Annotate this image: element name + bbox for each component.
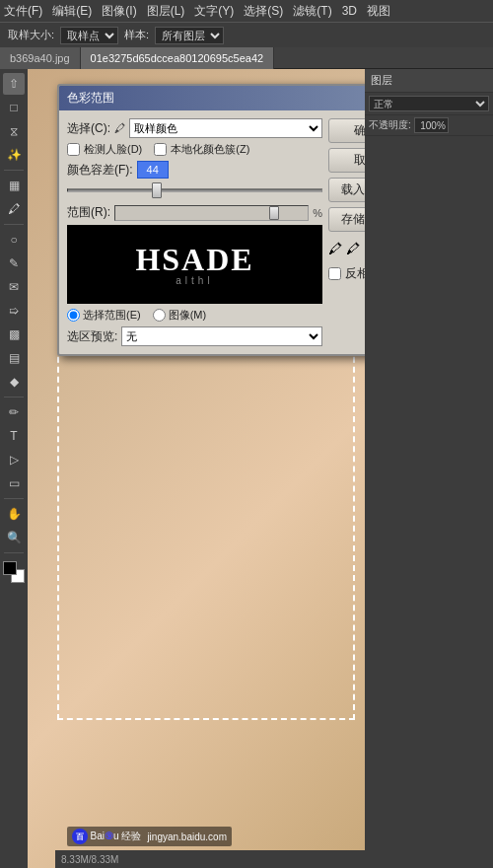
- invert-label: 反相(I): [345, 265, 365, 282]
- localized-color-label: 本地化颜色簇(Z): [171, 142, 249, 157]
- select-area-radio-item: 选择范围(E): [67, 308, 141, 323]
- select-area-radio[interactable]: [67, 309, 80, 322]
- toolbar-divider-3: [4, 397, 24, 398]
- menu-file[interactable]: 文件(F): [4, 3, 42, 20]
- tool-type[interactable]: T: [3, 425, 25, 447]
- workspace: ⇧ □ ⧖ ✨ ▦ 🖍 ○ ✎ ✉ ➯ ▩ ▤ ◆ ✏ T ▷ ▭ ✋ 🔍 HS…: [0, 69, 493, 868]
- invert-checkbox[interactable]: [328, 267, 341, 280]
- detect-faces-checkbox[interactable]: [67, 143, 80, 156]
- tool-magic-wand[interactable]: ✨: [3, 144, 25, 166]
- tab-1[interactable]: b369a40.jpg: [0, 47, 81, 69]
- tool-dodge[interactable]: ◆: [3, 371, 25, 393]
- tool-move[interactable]: ⇧: [3, 73, 25, 95]
- dialog-right-panel: 确定 取消 载入(L)... 存储(S)... 🖍 🖍 🖍 反相(I): [328, 118, 365, 346]
- blend-mode-select[interactable]: 正常: [369, 96, 489, 111]
- tool-lasso[interactable]: ⧖: [3, 120, 25, 142]
- save-button[interactable]: 存储(S)...: [328, 207, 365, 232]
- detect-faces-row: 检测人脸(D) 本地化颜色簇(Z): [67, 142, 322, 157]
- tool-spot-heal[interactable]: ○: [3, 229, 25, 251]
- tool-hand[interactable]: ✋: [3, 503, 25, 525]
- tool-size-label: 取样大小:: [8, 28, 54, 42]
- sample-select[interactable]: 所有图层: [155, 27, 224, 44]
- dialog-title-bar[interactable]: 色彩范围 ×: [59, 86, 365, 110]
- ok-button[interactable]: 确定: [328, 118, 365, 143]
- menu-layer[interactable]: 图层(L): [147, 3, 185, 20]
- invert-row: 反相(I): [328, 265, 365, 282]
- tool-marquee[interactable]: □: [3, 97, 25, 118]
- range-row: 范围(R): %: [67, 204, 322, 221]
- preview-hsade-text: HSADE: [135, 244, 253, 275]
- tool-eraser[interactable]: ▩: [3, 324, 25, 345]
- menu-image[interactable]: 图像(I): [102, 3, 136, 20]
- color-swatches[interactable]: [3, 561, 25, 583]
- dropper-add-icon[interactable]: 🖍: [328, 241, 342, 256]
- range-label: 范围(R):: [67, 204, 110, 221]
- dropper-row: 🖍 🖍 🖍: [328, 241, 365, 256]
- dialog-body: 选择(C): 🖍 取样颜色 检测人脸(D) 本地化颜色簇(Z): [59, 110, 365, 354]
- toolbar-divider-4: [4, 498, 24, 499]
- menu-3d[interactable]: 3D: [342, 4, 357, 18]
- select-dropdown[interactable]: 取样颜色: [129, 118, 322, 138]
- select-row: 选择(C): 🖍 取样颜色: [67, 118, 322, 138]
- tool-gradient[interactable]: ▤: [3, 347, 25, 369]
- tool-size-select[interactable]: 取样点: [60, 27, 118, 44]
- dropper-subtract-icon[interactable]: 🖍: [364, 241, 365, 256]
- preview-dropdown[interactable]: 无: [121, 326, 322, 346]
- preview-label: 选区预览:: [67, 328, 117, 345]
- eyedropper-icon: 🖍: [114, 122, 125, 134]
- tool-zoom[interactable]: 🔍: [3, 527, 25, 548]
- tab-2[interactable]: 01e3275d65dccea80120695c5ea42: [81, 47, 275, 69]
- opacity-input[interactable]: [414, 117, 449, 133]
- fuzziness-slider-thumb[interactable]: [152, 182, 162, 198]
- tool-crop[interactable]: ▦: [3, 175, 25, 196]
- image-label: 图像(M): [169, 308, 207, 323]
- localized-color-checkbox[interactable]: [154, 143, 167, 156]
- menu-view[interactable]: 视图: [367, 3, 390, 20]
- preview-background: HSADE althl: [67, 225, 322, 304]
- image-radio[interactable]: [153, 309, 166, 322]
- menu-bar: 文件(F) 编辑(E) 图像(I) 图层(L) 文字(Y) 选择(S) 滤镜(T…: [0, 0, 493, 22]
- menu-edit[interactable]: 编辑(E): [52, 3, 92, 20]
- toolbar-divider-1: [4, 170, 24, 171]
- image-radio-item: 图像(M): [153, 308, 207, 323]
- range-percent: %: [313, 207, 322, 219]
- tool-clone[interactable]: ✉: [3, 276, 25, 298]
- opacity-label: 不透明度:: [369, 118, 411, 132]
- status-info: 8.33M/8.33M: [61, 854, 118, 865]
- toolbar-divider-5: [4, 552, 24, 553]
- baidu-watermark: 百 Bai⑨u 经验 jingyan.baidu.com: [67, 827, 232, 846]
- opacity-row: 不透明度:: [365, 115, 493, 136]
- foreground-color[interactable]: [3, 561, 17, 575]
- tool-path[interactable]: ▷: [3, 449, 25, 470]
- range-slider: [114, 205, 309, 221]
- tool-history-brush[interactable]: ➯: [3, 300, 25, 322]
- color-range-dialog: 色彩范围 × 选择(C): 🖍 取样颜色 检测: [57, 84, 365, 356]
- canvas-area: HSADE a l t h l 色彩范围 × 选择(C): 🖍 取样颜色: [28, 69, 365, 868]
- select-preview-row: 选区预览: 无: [67, 326, 322, 346]
- dialog-left-panel: 选择(C): 🖍 取样颜色 检测人脸(D) 本地化颜色簇(Z): [67, 118, 322, 346]
- dialog-title-text: 色彩范围: [67, 90, 114, 107]
- select-label: 选择(C):: [67, 120, 110, 137]
- cancel-button[interactable]: 取消: [328, 148, 365, 173]
- fuzziness-input[interactable]: [137, 161, 169, 179]
- dialog-preview: HSADE althl: [67, 225, 322, 304]
- detect-faces-label: 检测人脸(D): [84, 142, 142, 157]
- tool-brush[interactable]: ✎: [3, 253, 25, 274]
- range-slider-thumb[interactable]: [269, 206, 279, 220]
- toolbar-divider-2: [4, 224, 24, 225]
- tool-pen[interactable]: ✏: [3, 401, 25, 423]
- baidu-logo: 百: [72, 829, 88, 844]
- radio-row: 选择范围(E) 图像(M): [67, 308, 322, 323]
- tool-shape[interactable]: ▭: [3, 472, 25, 494]
- tool-eyedropper[interactable]: 🖍: [3, 198, 25, 220]
- sample-label: 样本:: [124, 28, 149, 42]
- load-button[interactable]: 载入(L)...: [328, 178, 365, 202]
- preview-content: HSADE althl: [135, 244, 253, 286]
- menu-type[interactable]: 文字(Y): [194, 3, 234, 20]
- dropper-main-icon[interactable]: 🖍: [346, 241, 360, 256]
- menu-select[interactable]: 选择(S): [244, 3, 283, 20]
- baidu-url: jingyan.baidu.com: [147, 832, 227, 842]
- tab-bar: b369a40.jpg 01e3275d65dccea80120695c5ea4…: [0, 47, 493, 69]
- menu-filter[interactable]: 滤镜(T): [293, 3, 331, 20]
- fuzziness-label: 颜色容差(F):: [67, 162, 133, 179]
